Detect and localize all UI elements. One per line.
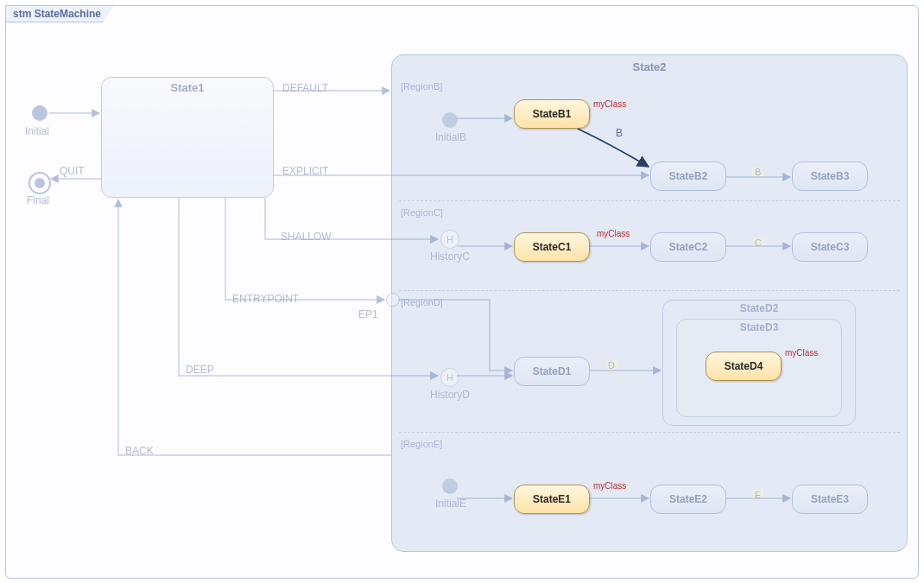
region-sep-cd xyxy=(399,290,900,291)
state-c3[interactable]: StateC3 xyxy=(792,232,868,262)
regionE-label: [RegionE] xyxy=(401,439,442,449)
ep1-label: EP1 xyxy=(358,308,378,320)
stereotype-e1: myClass xyxy=(593,481,626,491)
historyC-label: HistoryC xyxy=(430,250,470,263)
state-b3[interactable]: StateB3 xyxy=(792,162,868,191)
initial-pseudostate[interactable] xyxy=(32,105,47,121)
state-state1[interactable]: State1 xyxy=(101,77,274,198)
trans-c-label-2: C xyxy=(752,238,764,248)
trans-explicit: EXPLICIT xyxy=(282,165,328,177)
state-e1[interactable]: StateE1 xyxy=(514,485,590,514)
regionC-label: [RegionC] xyxy=(401,207,443,218)
entrypoint-ep1[interactable] xyxy=(386,293,400,307)
state-c1[interactable]: StateC1 xyxy=(514,232,590,262)
stereotype-d4: myClass xyxy=(785,348,818,358)
trans-e-label-2: E xyxy=(752,490,763,500)
state2-title: State2 xyxy=(392,60,907,73)
trans-shallow: SHALLOW xyxy=(281,231,332,243)
trans-deep: DEEP xyxy=(186,364,214,376)
state-d3-title: StateD3 xyxy=(677,321,841,333)
initial-label: Initial xyxy=(25,125,49,137)
state-d4[interactable]: StateD4 xyxy=(706,352,782,381)
regionD-label: [RegionD] xyxy=(401,297,443,307)
state-b2[interactable]: StateB2 xyxy=(650,162,726,191)
historyD-label: HistoryD xyxy=(430,389,470,401)
state-e3[interactable]: StateE3 xyxy=(792,485,868,514)
state-b1[interactable]: StateB1 xyxy=(514,99,590,129)
trans-entrypoint: ENTRYPOINT xyxy=(232,293,299,305)
initialB[interactable] xyxy=(442,112,458,128)
trans-quit: QUIT xyxy=(60,165,85,177)
trans-default: DEFAULT xyxy=(282,82,328,94)
historyC[interactable]: H xyxy=(440,230,459,249)
trans-b-label-2: B xyxy=(752,167,763,177)
frame-title-tab: stm StateMachine xyxy=(5,5,114,22)
region-sep-de xyxy=(399,432,900,433)
initialE-label: InitialE xyxy=(435,497,466,510)
frame-title: stm StateMachine xyxy=(13,8,101,20)
region-sep-bc xyxy=(399,200,900,201)
stereotype-b1: myClass xyxy=(593,99,626,109)
initialE[interactable] xyxy=(442,478,458,494)
initialB-label: InitialB xyxy=(435,131,466,143)
trans-back: BACK xyxy=(125,445,154,457)
state1-title: State1 xyxy=(170,81,204,94)
trans-b-label: B xyxy=(616,127,623,139)
state-d2-title: StateD2 xyxy=(663,302,855,314)
state-e2[interactable]: StateE2 xyxy=(650,485,726,514)
final-label: Final xyxy=(27,194,49,206)
stereotype-c1: myClass xyxy=(597,229,630,238)
state-d1[interactable]: StateD1 xyxy=(514,357,590,386)
diagram-frame: stm StateMachine Initial Final State1 St… xyxy=(5,5,919,579)
state-c2[interactable]: StateC2 xyxy=(650,232,726,262)
historyD[interactable]: H xyxy=(440,368,459,387)
regionB-label: [RegionB] xyxy=(401,81,442,92)
trans-d-label: D xyxy=(605,360,617,371)
final-pseudostate[interactable] xyxy=(28,172,51,194)
